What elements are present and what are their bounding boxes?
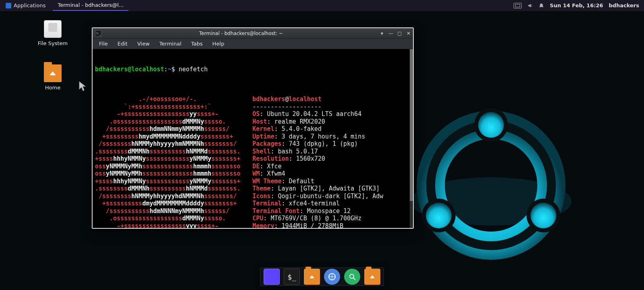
folder-home-icon — [44, 64, 62, 82]
cursor-icon — [78, 81, 87, 92]
command-text: neofetch — [179, 66, 208, 73]
notifications-icon[interactable] — [539, 3, 544, 8]
maximize-button[interactable]: ▢ — [395, 29, 404, 37]
dock-item-home-folder[interactable] — [364, 269, 380, 285]
neofetch-row: OS: Ubuntu 20.04.2 LTS aarch64 — [252, 110, 383, 118]
neofetch-row: Host: realme RMX2020 — [252, 118, 383, 126]
prompt-line: bdhackers@localhost:~$ neofetch — [95, 66, 411, 73]
terminal-icon: >_ — [95, 30, 101, 37]
svg-point-7 — [530, 203, 556, 228]
menu-file[interactable]: File — [95, 39, 112, 48]
volume-icon[interactable] — [527, 3, 533, 8]
neofetch-row: Packages: 743 (dpkg), 1 (pkg) — [252, 140, 383, 148]
titlebar[interactable]: >_ Terminal - bdhackers@localhost: ~ ▾ —… — [93, 28, 413, 39]
neofetch-row: WM: Xfwm4 — [252, 170, 383, 178]
user-label[interactable]: bdhackers — [609, 2, 639, 8]
applications-menu[interactable]: Applications — [2, 0, 49, 11]
applications-label: Applications — [14, 2, 45, 8]
svg-line-11 — [353, 278, 355, 280]
neofetch-row: DE: Xfce — [252, 163, 383, 170]
terminal-body[interactable]: bdhackers@localhost:~$ neofetch .-/+ooss… — [93, 49, 413, 228]
neofetch-output: .-/+oossssoo+/-. `:+ssssssssssssssssss+:… — [95, 95, 411, 228]
drive-icon — [44, 20, 62, 38]
dock-item-file-manager[interactable] — [304, 269, 320, 285]
terminal-window: >_ Terminal - bdhackers@localhost: ~ ▾ —… — [92, 27, 414, 229]
svg-point-4 — [526, 199, 560, 232]
scrollbar-thumb[interactable] — [410, 49, 413, 201]
close-button[interactable]: ✕ — [404, 29, 413, 37]
menu-help[interactable]: Help — [208, 39, 229, 48]
neofetch-row: Terminal Font: Monospace 12 — [252, 207, 383, 215]
menu-view[interactable]: View — [133, 39, 154, 48]
svg-point-3 — [474, 108, 508, 142]
shade-button[interactable]: ▾ — [378, 29, 386, 37]
neofetch-info: bdhackers@localhost-------------------OS… — [252, 95, 383, 228]
svg-point-8 — [426, 203, 452, 228]
dock-item-terminal-app[interactable]: $_ — [284, 269, 300, 285]
top-panel: Applications Terminal - bdhackers@l... S… — [0, 0, 644, 11]
menu-terminal[interactable]: Terminal — [155, 39, 186, 48]
dock-item-search-app[interactable] — [344, 269, 360, 285]
desktop-icon-label: Home — [35, 85, 71, 91]
taskbar-item-label: Terminal - bdhackers@l... — [58, 2, 124, 8]
scrollbar[interactable] — [410, 49, 413, 228]
neofetch-row: Memory: 1944MiB / 2788MiB — [252, 222, 383, 228]
menu-tabs[interactable]: Tabs — [187, 39, 207, 48]
dock: $_ — [260, 267, 384, 286]
svg-point-10 — [350, 274, 354, 278]
neofetch-row: CPU: MT6769V/CB (8) @ 1.700GHz — [252, 215, 383, 222]
prompt-userhost: bdhackers@localhost — [95, 66, 164, 73]
desktop-icon-home[interactable]: Home — [35, 64, 71, 91]
minimize-button[interactable]: — — [386, 29, 395, 37]
svg-point-5 — [422, 199, 456, 232]
neofetch-row: Shell: bash 5.0.17 — [252, 148, 383, 155]
neofetch-row: WM Theme: Default — [252, 178, 383, 185]
distro-logo-icon — [6, 3, 11, 8]
svg-point-6 — [478, 112, 504, 138]
dock-item-desktop-pager[interactable] — [264, 269, 280, 285]
neofetch-row: Kernel: 5.4.0-faked — [252, 125, 383, 133]
system-tray: Sun 14 Feb, 16:26 bdhackers — [514, 2, 642, 8]
dock-item-web-browser[interactable] — [324, 269, 340, 285]
menubar: File Edit View Terminal Tabs Help — [93, 39, 413, 49]
neofetch-row: Uptime: 3 days, 7 hours, 4 mins — [252, 133, 383, 141]
neofetch-ascii-logo: .-/+oossssoo+/-. `:+ssssssssssssssssss+:… — [95, 95, 240, 228]
svg-point-0 — [411, 177, 572, 226]
desktop-icon-filesystem[interactable]: File System — [35, 20, 71, 46]
svg-point-2 — [431, 125, 551, 246]
clock[interactable]: Sun 14 Feb, 16:26 — [550, 2, 603, 8]
keyboard-layout-icon[interactable] — [514, 3, 522, 8]
svg-point-1 — [431, 125, 551, 246]
taskbar-item-terminal[interactable]: Terminal - bdhackers@l... — [53, 0, 128, 11]
neofetch-row: Icons: Qogir-ubuntu-dark [GTK2], Adw — [252, 193, 383, 200]
neofetch-row: Theme: Layan [GTK2], Adwaita [GTK3] — [252, 185, 383, 193]
menu-edit[interactable]: Edit — [114, 39, 132, 48]
neofetch-row: Terminal: xfce4-terminal — [252, 200, 383, 207]
neofetch-row: Resolution: 1560x720 — [252, 155, 383, 163]
window-title: Terminal - bdhackers@localhost: ~ — [105, 31, 378, 36]
desktop-icon-label: File System — [35, 40, 71, 46]
wallpaper-logo — [386, 64, 596, 274]
